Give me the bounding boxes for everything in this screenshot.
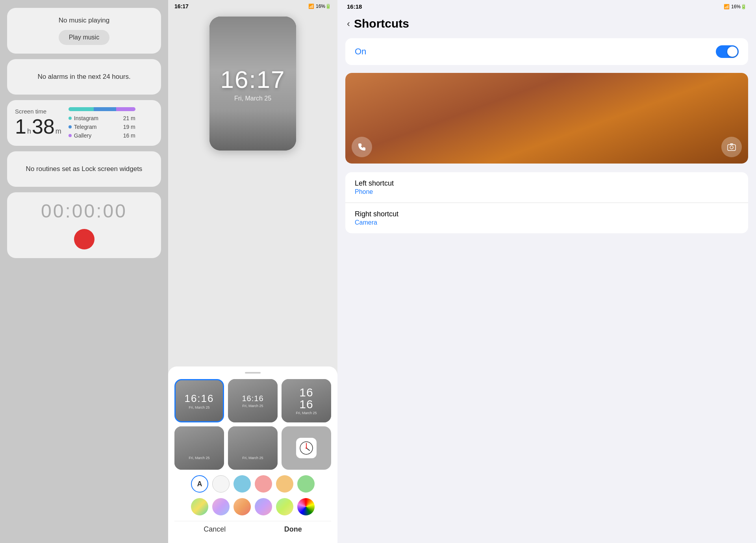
clock-picker-sheet: 16:16 Fri, March 25 16:16 Fri, March 25 …	[168, 366, 337, 543]
left-shortcut-row[interactable]: Left shortcut Phone	[345, 172, 748, 203]
app-row-gallery: Gallery 16 m	[69, 132, 135, 139]
color-gradient-2[interactable]	[212, 498, 230, 515]
clock-style-4[interactable]: Fri, March 25	[174, 426, 224, 470]
color-gradient-4[interactable]	[255, 498, 272, 515]
status-bar-3: 16:18 📶 16%🔋	[337, 0, 756, 13]
signal-icon-3: 📶	[724, 4, 730, 9]
dot-instagram	[69, 117, 72, 120]
shortcuts-header: ‹ Shortcuts	[337, 13, 756, 38]
bar-instagram	[69, 107, 94, 111]
clock-2-date: Fri, March 25	[242, 404, 263, 408]
clock-style-3[interactable]: 16 16 Fri, March 25	[282, 379, 331, 422]
lockscreen-preview	[345, 73, 748, 164]
signal-icon: 📶	[308, 4, 314, 9]
color-rainbow[interactable]	[297, 498, 315, 515]
status-bar-2: 16:17 📶 16%🔋	[168, 0, 337, 13]
bar-gallery	[116, 107, 135, 111]
clock-1-time: 16:16	[184, 392, 214, 405]
color-font-default[interactable]: A	[191, 475, 208, 493]
app-row-instagram: Instagram 21 m	[69, 115, 135, 121]
clock-6-icon	[296, 438, 317, 458]
ls-left-shortcut-icon	[352, 137, 372, 157]
app-instagram-mins: 21 m	[123, 115, 135, 121]
color-row-2	[174, 498, 331, 515]
screen-time-bar	[69, 107, 135, 111]
color-light-blue[interactable]	[233, 475, 251, 493]
ls-right-shortcut-icon	[721, 137, 742, 157]
clock-1-date: Fri, March 25	[189, 405, 209, 409]
clock-style-1[interactable]: 16:16 Fri, March 25	[174, 379, 224, 422]
done-button[interactable]: Done	[284, 525, 302, 534]
left-shortcut-value: Phone	[355, 188, 739, 195]
widget-screen-time: Screen time 1 h 38 m Instagram 21 m Tele	[7, 100, 161, 146]
timer-record-button[interactable]	[74, 229, 94, 249]
screen-mins: 38	[32, 115, 55, 138]
svg-point-9	[306, 447, 307, 449]
right-shortcut-label: Right shortcut	[355, 210, 739, 218]
sheet-actions: Cancel Done	[174, 521, 331, 535]
clock-5-date: Fri, March 25	[242, 456, 263, 460]
clock-style-6[interactable]	[282, 426, 331, 470]
svg-point-11	[730, 146, 733, 149]
color-gradient-1[interactable]	[191, 498, 208, 515]
left-shortcut-label: Left shortcut	[355, 179, 739, 188]
app-row-telegram: Telegram 19 m	[69, 124, 135, 130]
clock-3-date: Fri, March 25	[296, 411, 317, 415]
app-instagram-name: Instagram	[74, 115, 121, 121]
clock-style-5[interactable]: Fri, March 25	[228, 426, 278, 470]
screen-time-label: Screen time	[15, 108, 61, 115]
right-shortcut-row[interactable]: Right shortcut Camera	[345, 203, 748, 233]
toggle-thumb	[727, 46, 737, 57]
color-pink[interactable]	[255, 475, 272, 493]
color-green[interactable]	[297, 475, 315, 493]
screen-h-unit: h	[27, 127, 31, 136]
alarm-text: No alarms in the next 24 hours.	[37, 73, 130, 81]
phone-date: Fri, March 25	[234, 95, 271, 102]
color-peach[interactable]	[276, 475, 293, 493]
shortcuts-on-card: On	[345, 38, 748, 65]
status-time-2: 16:17	[174, 3, 189, 9]
clock-style-2[interactable]: 16:16 Fri, March 25	[228, 379, 278, 422]
shortcuts-title: Shortcuts	[354, 17, 409, 30]
color-white[interactable]	[212, 475, 230, 493]
camera-icon	[727, 143, 736, 151]
app-gallery-name: Gallery	[74, 132, 121, 139]
widget-timer: 00:00:00	[7, 192, 161, 258]
bar-telegram	[94, 107, 117, 111]
panel-clock-picker: 16:17 📶 16%🔋 16:17 Fri, March 25 16:16 F…	[168, 0, 337, 543]
status-icons-2: 📶 16%🔋	[308, 4, 331, 9]
color-gradient-5[interactable]	[276, 498, 293, 515]
battery-icon: 16%🔋	[316, 4, 331, 9]
clock-4-date: Fri, March 25	[189, 456, 209, 460]
ls-background	[345, 73, 748, 164]
clock-cell-bg-5	[228, 426, 278, 470]
clock-6-svg	[298, 440, 314, 456]
color-row-1: A	[174, 475, 331, 493]
app-telegram-name: Telegram	[74, 124, 121, 130]
screen-m-unit: m	[56, 127, 61, 136]
cancel-button[interactable]: Cancel	[204, 525, 226, 534]
shortcuts-toggle[interactable]	[716, 45, 739, 58]
right-shortcut-value: Camera	[355, 219, 739, 226]
phone-preview: 16:17 Fri, March 25	[209, 17, 296, 151]
back-button[interactable]: ‹	[347, 18, 350, 29]
status-icons-3: 📶 16%🔋	[724, 4, 747, 9]
screen-hours: 1	[15, 115, 26, 138]
routines-text: No routines set as Lock screen widgets	[26, 165, 143, 173]
color-gradient-3[interactable]	[233, 498, 251, 515]
panel-shortcuts: 16:18 📶 16%🔋 ‹ Shortcuts On	[337, 0, 756, 543]
shortcuts-on-label: On	[355, 46, 366, 57]
svg-rect-12	[730, 143, 733, 145]
play-music-button[interactable]: Play music	[59, 30, 109, 45]
timer-display: 00:00:00	[41, 200, 127, 222]
clock-3-time2: 16	[299, 398, 313, 410]
phone-icon	[358, 143, 366, 151]
battery-icon-3: 16%🔋	[731, 4, 747, 9]
app-gallery-mins: 16 m	[123, 132, 135, 139]
widget-routines: No routines set as Lock screen widgets	[7, 151, 161, 187]
sheet-handle	[245, 372, 261, 374]
phone-clock: 16:17	[220, 65, 285, 93]
screen-time-display: 1 h 38 m	[15, 115, 61, 138]
dot-telegram	[69, 125, 72, 128]
widget-music: No music playing Play music	[7, 8, 161, 54]
